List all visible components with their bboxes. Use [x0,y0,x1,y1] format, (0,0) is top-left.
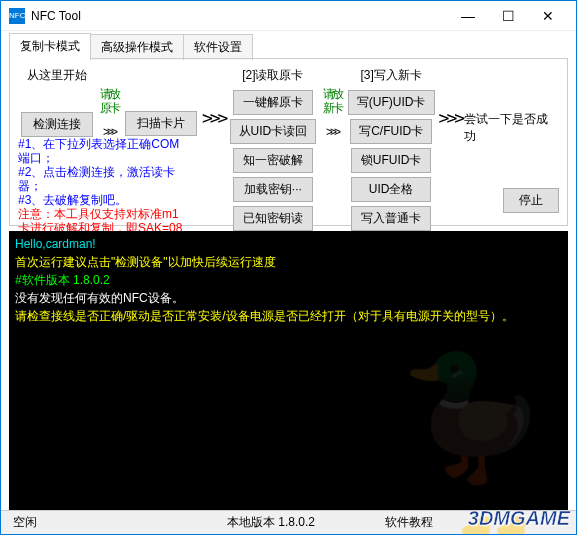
lock-ufuid-button[interactable]: 锁UFUID卡 [351,148,431,173]
step1-label: 从这里开始 [27,67,87,84]
status-idle: 空闲 [13,514,37,531]
write-c-fuid-button[interactable]: 写C/FUID卡 [350,119,432,144]
hint-place-original: 请放 原卡 [95,87,123,115]
step3-column: [3]写入新卡 写(UF)UID卡 写C/FUID卡 锁UFUID卡 UID全格… [348,67,435,235]
detect-connect-button[interactable]: 检测连接 [21,112,93,137]
status-tutorial-link[interactable]: 软件教程 [385,514,433,531]
write-uf-uid-button[interactable]: 写(UF)UID卡 [348,90,435,115]
known-one-crack-button[interactable]: 知一密破解 [233,148,313,173]
one-key-decode-button[interactable]: 一键解原卡 [233,90,313,115]
minimize-button[interactable]: — [448,1,488,31]
scan-column: 扫描卡片 [123,67,200,140]
uid-full-format-button[interactable]: UID全格 [351,177,431,202]
step2-column: [2]读取原卡 一键解原卡 从UID卡读回 知一密破解 加载密钥··· 已知密钥… [230,67,317,235]
step2-label: [2]读取原卡 [242,67,303,84]
maximize-button[interactable]: ☐ [488,1,528,31]
read-from-uid-button[interactable]: 从UID卡读回 [230,119,317,144]
try-label: 尝试一下是否成功 [464,111,559,145]
close-button[interactable]: ✕ [528,1,568,31]
term-line-4: 没有发现任何有效的NFC设备。 [15,289,562,307]
main-panel: 从这里开始 检测连接 请放 原卡 >>> 扫描卡片 >>> [2]读取原卡 一键… [9,58,568,226]
try-column: 尝试一下是否成功 [464,67,559,145]
tab-advanced-mode[interactable]: 高级操作模式 [90,34,184,60]
title-bar: NFC NFC Tool — ☐ ✕ [1,1,576,31]
term-line-3: #软件版本 1.8.0.2 [15,271,562,289]
tab-settings[interactable]: 软件设置 [183,34,253,60]
status-version: 本地版本 1.8.0.2 [227,514,315,531]
hint-place-new: 请放 新卡 [318,87,346,115]
note-line-3: #3、去破解复制吧。 [18,193,186,207]
step3-label: [3]写入新卡 [361,67,422,84]
note-line-1: #1、在下拉列表选择正确COM端口； [18,137,186,165]
arrow-icon-3: 请放 新卡 >>> [318,67,346,140]
arrow-icon: 请放 原卡 >>> [95,67,123,140]
tab-copy-mode[interactable]: 复制卡模式 [9,33,91,59]
load-keys-button[interactable]: 加载密钥··· [233,177,313,202]
window-title: NFC Tool [31,9,448,23]
step1-column: 从这里开始 检测连接 [18,67,95,141]
scan-card-button[interactable]: 扫描卡片 [125,111,197,136]
arrow-icon-4: >>> [437,67,465,128]
term-line-5: 请检查接线是否正确/驱动是否正常安装/设备电源是否已经打开（对于具有电源开关的型… [15,307,562,325]
known-key-read-button[interactable]: 已知密钥读 [233,206,313,231]
app-icon: NFC [9,8,25,24]
note-line-2: #2、点击检测连接，激活读卡器； [18,165,186,193]
terminal-output[interactable]: 🦆 Hello,cardman! 首次运行建议点击"检测设备"以加快后续运行速度… [9,231,568,525]
term-line-2: 首次运行建议点击"检测设备"以加快后续运行速度 [15,253,562,271]
watermark-logo: 3DMGAME [468,507,570,530]
write-normal-button[interactable]: 写入普通卡 [351,206,431,231]
stop-button[interactable]: 停止 [503,188,559,213]
arrow-glyph-2: >>> [326,125,338,139]
background-duck-icon: 🦆 [398,407,548,425]
arrow-icon-2: >>> [200,67,228,128]
term-line-1: Hello,cardman! [15,235,562,253]
tab-strip: 复制卡模式 高级操作模式 软件设置 [1,33,576,59]
